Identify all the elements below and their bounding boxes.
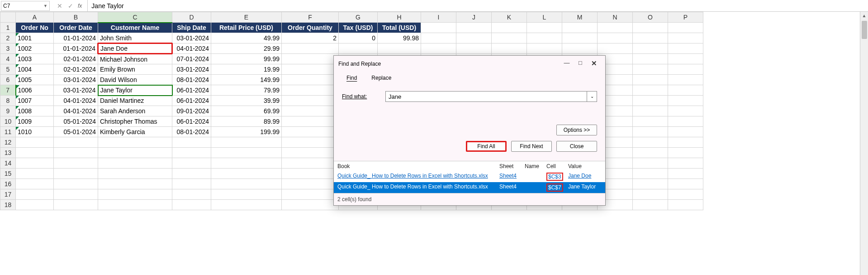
empty-cell[interactable]	[211, 158, 282, 169]
row-header-13[interactable]: 13	[0, 148, 16, 158]
empty-cell[interactable]	[172, 179, 211, 189]
tab-replace[interactable]: Replace	[370, 72, 393, 84]
empty-cell[interactable]	[633, 33, 668, 43]
empty-cell[interactable]	[16, 189, 54, 200]
col-header-H[interactable]: H	[378, 12, 421, 23]
data-cell[interactable]: Michael Johnson	[98, 54, 172, 64]
data-cell[interactable]	[378, 43, 421, 54]
data-cell[interactable]: 99.99	[211, 54, 282, 64]
empty-cell[interactable]	[16, 179, 54, 189]
empty-cell[interactable]	[668, 148, 703, 158]
row-header-8[interactable]: 8	[0, 96, 16, 106]
empty-cell[interactable]	[668, 116, 703, 127]
empty-cell[interactable]	[282, 137, 339, 148]
data-cell[interactable]: 0	[339, 33, 378, 43]
data-cell[interactable]	[282, 54, 339, 64]
empty-cell[interactable]	[668, 189, 703, 200]
table-header-cell[interactable]: Tax (USD)	[339, 23, 378, 33]
close-icon[interactable]: ✕	[587, 59, 601, 68]
empty-cell[interactable]	[282, 200, 339, 210]
data-cell[interactable]: 149.99	[211, 75, 282, 85]
row-header-9[interactable]: 9	[0, 106, 16, 116]
empty-cell[interactable]	[456, 23, 492, 33]
empty-cell[interactable]	[633, 179, 668, 189]
col-header-N[interactable]: N	[598, 12, 633, 23]
empty-cell[interactable]	[16, 148, 54, 158]
empty-cell[interactable]	[527, 43, 562, 54]
empty-cell[interactable]	[456, 33, 492, 43]
data-cell[interactable]: 99.98	[378, 33, 421, 43]
empty-cell[interactable]	[172, 189, 211, 200]
find-all-button[interactable]: Find All	[466, 141, 507, 152]
col-header-B[interactable]: B	[54, 12, 98, 23]
empty-cell[interactable]	[54, 200, 98, 210]
data-cell[interactable]: John Smith	[98, 33, 172, 43]
col-header-I[interactable]: I	[421, 12, 456, 23]
cancel-icon[interactable]: ✕	[56, 2, 63, 10]
data-cell[interactable]: 03-01-2024	[54, 75, 98, 85]
data-cell[interactable]	[282, 85, 339, 96]
col-header-A[interactable]: A	[16, 12, 54, 23]
empty-cell[interactable]	[421, 33, 456, 43]
empty-cell[interactable]	[172, 169, 211, 179]
empty-cell[interactable]	[421, 23, 456, 33]
dialog-titlebar[interactable]: Find and Replace — □ ✕	[334, 56, 605, 72]
data-cell[interactable]: David Wilson	[98, 75, 172, 85]
data-cell[interactable]: 03-01-2024	[172, 64, 211, 75]
empty-cell[interactable]	[54, 137, 98, 148]
data-cell[interactable]: 19.99	[211, 64, 282, 75]
data-cell[interactable]: 1010	[16, 127, 54, 137]
results-row[interactable]: Quick Guide_ How to Delete Rows in Excel…	[334, 182, 605, 193]
data-cell[interactable]: 04-01-2024	[54, 106, 98, 116]
empty-cell[interactable]	[172, 148, 211, 158]
data-cell[interactable]: Christopher Thomas	[98, 116, 172, 127]
empty-cell[interactable]	[492, 43, 527, 54]
data-cell[interactable]: Emily Brown	[98, 64, 172, 75]
data-cell[interactable]: 1007	[16, 96, 54, 106]
empty-cell[interactable]	[16, 137, 54, 148]
results-col-book[interactable]: Book	[337, 163, 499, 169]
col-header-L[interactable]: L	[527, 12, 562, 23]
data-cell[interactable]: 89.99	[211, 116, 282, 127]
minimize-icon[interactable]: —	[560, 59, 574, 68]
data-cell[interactable]	[282, 106, 339, 116]
empty-cell[interactable]	[211, 169, 282, 179]
data-cell[interactable]: 05-01-2024	[54, 116, 98, 127]
empty-cell[interactable]	[633, 148, 668, 158]
empty-cell[interactable]	[633, 64, 668, 75]
empty-cell[interactable]	[668, 127, 703, 137]
data-cell[interactable]: 03-01-2024	[54, 85, 98, 96]
empty-cell[interactable]	[16, 169, 54, 179]
maximize-icon[interactable]: □	[574, 59, 587, 68]
results-row[interactable]: Quick Guide_ How to Delete Rows in Excel…	[334, 171, 605, 182]
empty-cell[interactable]	[668, 179, 703, 189]
data-cell[interactable]: 01-01-2024	[54, 33, 98, 43]
options-button[interactable]: Options >>	[556, 125, 597, 135]
empty-cell[interactable]	[98, 200, 172, 210]
empty-cell[interactable]	[668, 169, 703, 179]
data-cell[interactable]: 1004	[16, 64, 54, 75]
data-cell[interactable]: 04-01-2024	[172, 43, 211, 54]
empty-cell[interactable]	[598, 33, 633, 43]
empty-cell[interactable]	[282, 148, 339, 158]
empty-cell[interactable]	[562, 43, 598, 54]
empty-cell[interactable]	[54, 158, 98, 169]
results-col-name[interactable]: Name	[525, 163, 546, 169]
empty-cell[interactable]	[211, 189, 282, 200]
data-cell[interactable]: 08-01-2024	[172, 127, 211, 137]
empty-cell[interactable]	[527, 23, 562, 33]
empty-cell[interactable]	[16, 158, 54, 169]
empty-cell[interactable]	[668, 200, 703, 210]
empty-cell[interactable]	[98, 179, 172, 189]
empty-cell[interactable]	[172, 158, 211, 169]
empty-cell[interactable]	[633, 23, 668, 33]
data-cell[interactable]: 2	[282, 33, 339, 43]
empty-cell[interactable]	[98, 137, 172, 148]
data-cell[interactable]	[282, 43, 339, 54]
col-header-E[interactable]: E	[211, 12, 282, 23]
data-cell[interactable]: 01-01-2024	[54, 43, 98, 54]
empty-cell[interactable]	[668, 96, 703, 106]
data-cell[interactable]: Jane Taylor	[98, 85, 172, 96]
col-header-D[interactable]: D	[172, 12, 211, 23]
data-cell[interactable]: 03-01-2024	[172, 33, 211, 43]
